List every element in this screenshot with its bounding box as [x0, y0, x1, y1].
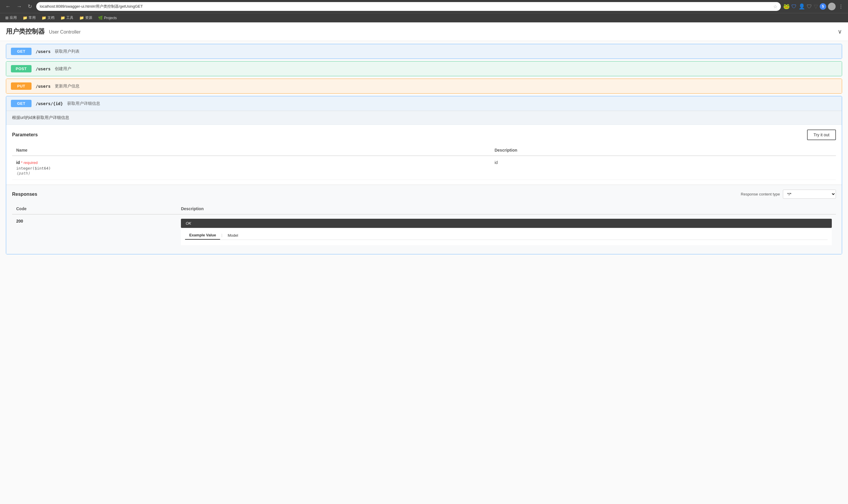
endpoint-path-get-users-id: /users/{id}: [36, 101, 63, 106]
endpoint-put-users-header[interactable]: PUT /users 更新用户信息: [6, 79, 842, 93]
param-name-cell: id * required integer($int64) (path): [12, 156, 490, 180]
responses-table-header-row: Code Description: [12, 203, 836, 214]
response-content-type-select[interactable]: */* application/json application/xml: [783, 190, 836, 199]
param-name: id: [16, 160, 20, 165]
bookmark-tools-label: 工具: [66, 15, 73, 20]
bookmark-projects-label: Projects: [104, 16, 117, 20]
folder-icon-resources: 📁: [79, 16, 84, 20]
response-row-200: 200 OK Example Value | Model: [12, 214, 836, 249]
browser-chrome: ← → ↻ localhost:8089/swagger-ui.html#/用户…: [0, 0, 848, 13]
try-it-out-button[interactable]: Try it out: [807, 129, 836, 140]
reload-button[interactable]: ↻: [26, 3, 34, 10]
endpoint-path-put-users: /users: [36, 84, 51, 89]
parameters-section-header: Parameters Try it out: [12, 129, 836, 140]
bookmark-apps[interactable]: ⊞ 应用: [3, 15, 19, 21]
projects-icon: 🌿: [98, 16, 103, 20]
user-avatar[interactable]: [828, 3, 836, 10]
endpoint-path-get-users: /users: [36, 49, 51, 54]
endpoint-desc-get-users-id: 获取用户详细信息: [67, 101, 100, 106]
endpoint-get-users-id: GET /users/{id} 获取用户详细信息 根据url的id来获取用户详细…: [6, 96, 842, 254]
code-column-header: Code: [12, 203, 177, 214]
bookmark-tools[interactable]: 📁 工具: [59, 15, 75, 21]
responses-section: Responses Response content type */* appl…: [6, 184, 842, 254]
response-description-cell: OK Example Value | Model: [177, 214, 836, 249]
method-badge-post-users: POST: [11, 65, 32, 72]
endpoint-get-users-header[interactable]: GET /users 获取用户列表: [6, 44, 842, 58]
example-value-tab[interactable]: Example Value: [185, 231, 220, 240]
endpoint-get-users: GET /users 获取用户列表: [6, 44, 842, 59]
parameters-section: Parameters Try it out Name Description: [6, 125, 842, 184]
description-col-header: Description: [177, 203, 836, 214]
apps-icon: ⊞: [5, 16, 8, 20]
extension-4: 🛡: [807, 3, 812, 10]
method-badge-put-users: PUT: [11, 83, 32, 90]
example-tabs: Example Value | Model: [185, 231, 828, 240]
endpoint-expanded-section: 根据url的id来获取用户详细信息 Parameters Try it out …: [6, 111, 842, 254]
page-content: 用户类控制器 User Controller ∨ GET /users 获取用户…: [0, 22, 848, 504]
response-ok-badge: OK: [181, 219, 832, 228]
endpoint-desc-post-users: 创建用户: [55, 66, 71, 72]
params-table-header-row: Name Description: [12, 145, 836, 156]
response-code-cell: 200: [12, 214, 177, 249]
param-description-cell: id: [490, 156, 836, 180]
endpoint-short-description: 根据url的id来获取用户详细信息: [6, 111, 842, 125]
extension-6: 5: [820, 3, 826, 10]
folder-icon-common: 📁: [23, 16, 28, 20]
description-column-header: Description: [490, 145, 836, 156]
parameters-title: Parameters: [12, 132, 38, 138]
controller-title: 用户类控制器: [6, 28, 45, 35]
bookmarks-bar: ⊞ 应用 📁 常用 📁 文档 📁 工具 📁 资源 🌿 Projects: [0, 13, 848, 22]
responses-table: Code Description 200 OK: [12, 203, 836, 249]
url-text: localhost:8089/swagger-ui.html#/用户类控制器/g…: [40, 4, 771, 9]
param-type: integer($int64): [16, 166, 486, 170]
folder-icon-tools: 📁: [60, 16, 65, 20]
param-description: id: [495, 160, 498, 165]
parameters-table: Name Description id * required integer($…: [12, 145, 836, 180]
extension-5: ▽: [814, 3, 818, 10]
param-location: (path): [16, 171, 486, 176]
controller-title-group: 用户类控制器 User Controller: [6, 27, 81, 36]
endpoint-get-users-id-header[interactable]: GET /users/{id} 获取用户详细信息: [6, 96, 842, 111]
collapse-icon[interactable]: ∨: [838, 28, 842, 35]
bookmark-common-label: 常用: [29, 15, 36, 20]
endpoint-path-post-users: /users: [36, 67, 51, 71]
bookmark-docs-label: 文档: [48, 15, 54, 20]
param-row-id: id * required integer($int64) (path) id: [12, 156, 836, 180]
model-tab[interactable]: Model: [224, 231, 242, 240]
extension-1: 🐸: [783, 3, 790, 10]
bookmark-apps-label: 应用: [10, 15, 17, 20]
method-badge-get-users: GET: [11, 48, 32, 55]
endpoints-list: GET /users 获取用户列表 POST /users 创建用户 PUT /…: [0, 41, 848, 257]
extension-2: 🛡: [792, 3, 797, 10]
tab-separator: |: [220, 231, 223, 240]
endpoint-desc-put-users: 更新用户信息: [55, 84, 80, 89]
bookmark-projects[interactable]: 🌿 Projects: [96, 15, 119, 21]
endpoint-put-users: PUT /users 更新用户信息: [6, 78, 842, 94]
bookmark-common[interactable]: 📁 常用: [21, 15, 37, 21]
forward-button[interactable]: →: [15, 3, 23, 10]
star-icon[interactable]: ☆: [773, 4, 777, 10]
bookmark-docs[interactable]: 📁 文档: [40, 15, 56, 21]
response-code: 200: [16, 219, 23, 223]
menu-button[interactable]: ⋮: [837, 3, 845, 10]
responses-section-header: Responses Response content type */* appl…: [12, 190, 836, 199]
responses-title: Responses: [12, 192, 37, 197]
endpoint-post-users-header[interactable]: POST /users 创建用户: [6, 61, 842, 76]
controller-subtitle: User Controller: [49, 30, 81, 34]
example-value-section: Example Value | Model: [181, 228, 832, 245]
endpoint-desc-get-users: 获取用户列表: [55, 49, 80, 54]
method-badge-get-users-id: GET: [11, 100, 32, 107]
browser-actions: 🐸 🛡 👤 🛡 ▽ 5 ⋮: [783, 3, 845, 10]
endpoint-post-users: POST /users 创建用户: [6, 61, 842, 76]
extension-3: 👤: [798, 3, 805, 10]
controller-header: 用户类控制器 User Controller ∨: [0, 22, 848, 41]
response-content-type-label: Response content type: [741, 192, 780, 196]
bookmark-resources[interactable]: 📁 资源: [77, 15, 94, 21]
address-bar[interactable]: localhost:8089/swagger-ui.html#/用户类控制器/g…: [36, 2, 781, 11]
name-column-header: Name: [12, 145, 490, 156]
back-button[interactable]: ←: [3, 3, 12, 10]
folder-icon-docs: 📁: [41, 16, 46, 20]
response-content-type-group: Response content type */* application/js…: [741, 190, 836, 199]
bookmark-resources-label: 资源: [85, 15, 92, 20]
param-required-badge: * required: [21, 160, 37, 165]
